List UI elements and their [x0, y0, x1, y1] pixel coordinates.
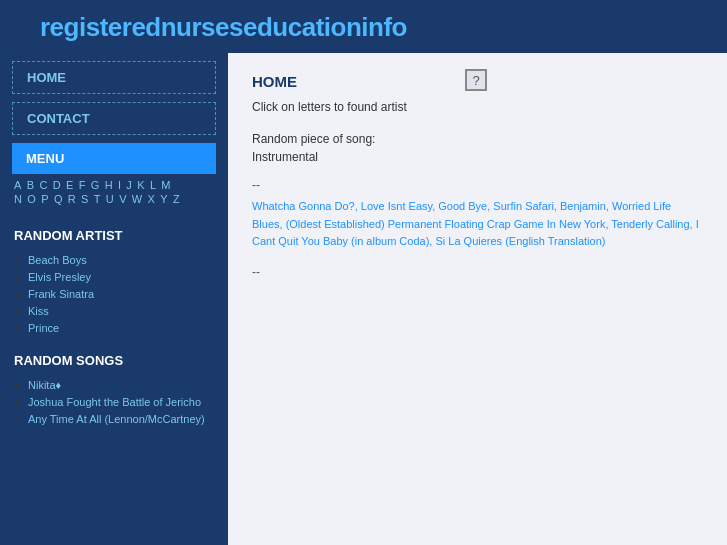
content-song-link[interactable]: Tenderly Calling, — [611, 218, 695, 230]
separator-2: -- — [252, 265, 703, 279]
help-icon[interactable]: ? — [465, 69, 487, 91]
alpha-letter-h[interactable]: H — [105, 179, 113, 191]
alpha-letter-j[interactable]: J — [126, 179, 132, 191]
alpha-letter-n[interactable]: N — [14, 193, 22, 205]
artist-link[interactable]: Kiss — [28, 305, 49, 317]
separator-1: -- — [252, 178, 703, 192]
alpha-letter-a[interactable]: A — [14, 179, 21, 191]
alpha-letter-g[interactable]: G — [91, 179, 100, 191]
alpha-letter-q[interactable]: Q — [54, 193, 63, 205]
sidebar: HOME CONTACT MENU A B C D E F G H I J K … — [0, 53, 228, 545]
alpha-letter-s[interactable]: S — [81, 193, 88, 205]
alpha-letter-f[interactable]: F — [79, 179, 86, 191]
nav-home[interactable]: HOME — [12, 61, 216, 94]
list-item: Frank Sinatra — [28, 287, 228, 301]
alpha-letter-m[interactable]: M — [161, 179, 170, 191]
alpha-letter-t[interactable]: T — [94, 193, 101, 205]
content-area: ? HOME Click on letters to found artist … — [228, 53, 727, 545]
song-link[interactable]: Nikita♦ — [28, 379, 61, 391]
site-title: registerednurseseducationinfo — [40, 12, 407, 42]
artist-list: Beach BoysElvis PresleyFrank SinatraKiss… — [0, 253, 228, 335]
alpha-letter-c[interactable]: C — [39, 179, 47, 191]
alpha-letter-i[interactable]: I — [118, 179, 121, 191]
random-label: Random piece of song: — [252, 132, 703, 146]
song-list: Nikita♦Joshua Fought the Battle of Jeric… — [0, 378, 228, 426]
list-item: Elvis Presley — [28, 270, 228, 284]
alpha-letter-l[interactable]: L — [150, 179, 156, 191]
list-item: Any Time At All (Lennon/McCartney) — [28, 412, 228, 426]
list-item: Prince — [28, 321, 228, 335]
nav-menu[interactable]: MENU — [12, 143, 216, 174]
alpha-letter-p[interactable]: P — [41, 193, 48, 205]
random-songs-title: RANDOM SONGS — [0, 339, 228, 374]
artist-link[interactable]: Elvis Presley — [28, 271, 91, 283]
song-link[interactable]: Joshua Fought the Battle of Jericho — [28, 396, 201, 408]
alpha-letter-z[interactable]: Z — [173, 193, 180, 205]
list-item: Joshua Fought the Battle of Jericho — [28, 395, 228, 409]
song-links[interactable]: Whatcha Gonna Do?, Love Isnt Easy, Good … — [252, 198, 703, 251]
alpha-letter-o[interactable]: O — [27, 193, 36, 205]
artist-link[interactable]: Frank Sinatra — [28, 288, 94, 300]
content-song-link[interactable]: Benjamin, — [560, 200, 612, 212]
alphabet-nav: A B C D E F G H I J K L M N O P Q R S T … — [0, 174, 228, 210]
alphabet-row1: A B C D E F G H I J K L M — [14, 178, 214, 192]
main-layout: HOME CONTACT MENU A B C D E F G H I J K … — [0, 53, 727, 545]
list-item: Beach Boys — [28, 253, 228, 267]
alpha-letter-y[interactable]: Y — [160, 193, 167, 205]
alpha-letter-r[interactable]: R — [68, 193, 76, 205]
list-item: Nikita♦ — [28, 378, 228, 392]
alpha-letter-w[interactable]: W — [132, 193, 142, 205]
alpha-letter-d[interactable]: D — [53, 179, 61, 191]
random-value: Instrumental — [252, 150, 703, 164]
content-song-link[interactable]: Surfin Safari, — [493, 200, 560, 212]
alpha-letter-k[interactable]: K — [137, 179, 144, 191]
content-song-link[interactable]: Good Bye, — [438, 200, 493, 212]
alpha-letter-v[interactable]: V — [119, 193, 126, 205]
content-song-link[interactable]: Whatcha Gonna Do?, — [252, 200, 361, 212]
content-subtitle: Click on letters to found artist — [252, 100, 703, 114]
alpha-letter-e[interactable]: E — [66, 179, 73, 191]
alpha-letter-x[interactable]: X — [148, 193, 155, 205]
content-song-link[interactable]: Love Isnt Easy, — [361, 200, 438, 212]
header: registerednurseseducationinfo — [0, 0, 727, 53]
artist-link[interactable]: Beach Boys — [28, 254, 87, 266]
alpha-letter-b[interactable]: B — [27, 179, 34, 191]
content-song-link[interactable]: Si La Quieres (English Translation) — [435, 235, 605, 247]
song-link[interactable]: Any Time At All (Lennon/McCartney) — [28, 413, 205, 425]
alpha-letter-u[interactable]: U — [106, 193, 114, 205]
random-artist-title: RANDOM ARTIST — [0, 214, 228, 249]
alphabet-row2: N O P Q R S T U V W X Y Z — [14, 192, 214, 206]
nav-contact[interactable]: CONTACT — [12, 102, 216, 135]
content-song-link[interactable]: (Oldest Established) Permanent Floating … — [286, 218, 612, 230]
list-item: Kiss — [28, 304, 228, 318]
artist-link[interactable]: Prince — [28, 322, 59, 334]
